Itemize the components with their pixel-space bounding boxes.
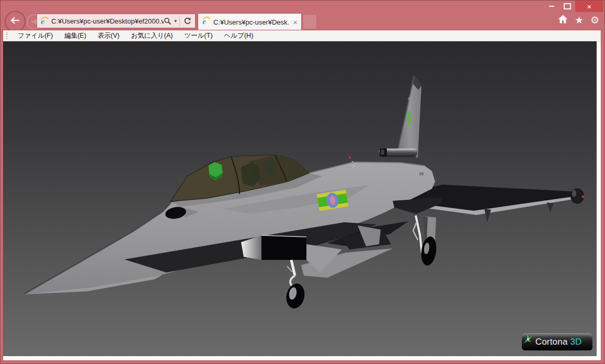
menu-tools[interactable]: ツール(T) [179, 31, 219, 40]
back-button[interactable] [5, 11, 26, 32]
minimize-icon [549, 6, 554, 7]
back-arrow-icon [10, 17, 20, 26]
address-url-text[interactable]: C:¥Users¥pc-user¥Desktop¥ef2000.v [51, 17, 164, 25]
cortona3d-logo-button[interactable]: Cortona 3D [521, 333, 593, 351]
menu-file[interactable]: ファイル(F) [12, 31, 59, 40]
window-controls: × [544, 1, 603, 12]
ie-tab-icon: e [202, 17, 210, 27]
browser-tab[interactable]: e C:¥Users¥pc-user¥Desk... × [198, 13, 302, 30]
home-icon[interactable] [558, 15, 568, 26]
address-dropdown-icon[interactable]: ▾ [172, 18, 179, 24]
maximize-button[interactable] [560, 1, 575, 12]
close-icon: × [587, 2, 592, 11]
cortona3d-viewport[interactable]: C, 35 [3, 41, 597, 356]
menu-favorites[interactable]: お気に入り(A) [125, 31, 178, 40]
refresh-icon[interactable] [180, 17, 195, 25]
tab-close-icon[interactable]: × [293, 18, 298, 26]
maximize-icon [564, 3, 571, 9]
fin-base-pod [379, 149, 417, 157]
browser-window: e C:¥Users¥pc-user¥Desktop¥ef2000.v ▾ e [0, 0, 605, 364]
address-bar[interactable]: e C:¥Users¥pc-user¥Desktop¥ef2000.v ▾ [37, 14, 196, 28]
favorites-star-icon[interactable]: ★ [575, 15, 584, 25]
menu-help[interactable]: ヘルプ(H) [219, 31, 259, 40]
ie-page-icon: e [37, 17, 51, 25]
settings-gear-icon[interactable]: ⚙ [590, 15, 599, 25]
page-area: ファイル(F) 編集(E) 表示(V) お気に入り(A) ツール(T) ヘルプ(… [3, 30, 601, 360]
tab-title: C:¥Users¥pc-user¥Desk... [213, 18, 290, 26]
menu-bar: ファイル(F) 編集(E) 表示(V) お気に入り(A) ツール(T) ヘルプ(… [3, 30, 601, 41]
browser-action-icons: ★ ⚙ [558, 15, 599, 26]
menu-edit[interactable]: 編集(E) [59, 31, 92, 40]
3d-model-aircraft[interactable]: C, 35 [3, 41, 597, 356]
close-button[interactable]: × [575, 1, 603, 12]
fin-code-text: C, [408, 97, 412, 100]
brand-name: Cortona [535, 337, 568, 347]
new-tab-button[interactable] [303, 15, 316, 29]
fuselage-mark-text: 35 [419, 172, 424, 176]
menubar-grip-handle[interactable] [6, 32, 7, 39]
brand-suffix: 3D [570, 337, 582, 347]
main-landing-gear [413, 215, 438, 267]
search-icon[interactable] [164, 17, 172, 25]
menu-view[interactable]: 表示(V) [92, 31, 125, 40]
tail-fin: C, [398, 76, 421, 157]
title-bar: e C:¥Users¥pc-user¥Desktop¥ef2000.v ▾ e [1, 1, 604, 30]
minimize-button[interactable] [544, 1, 560, 12]
